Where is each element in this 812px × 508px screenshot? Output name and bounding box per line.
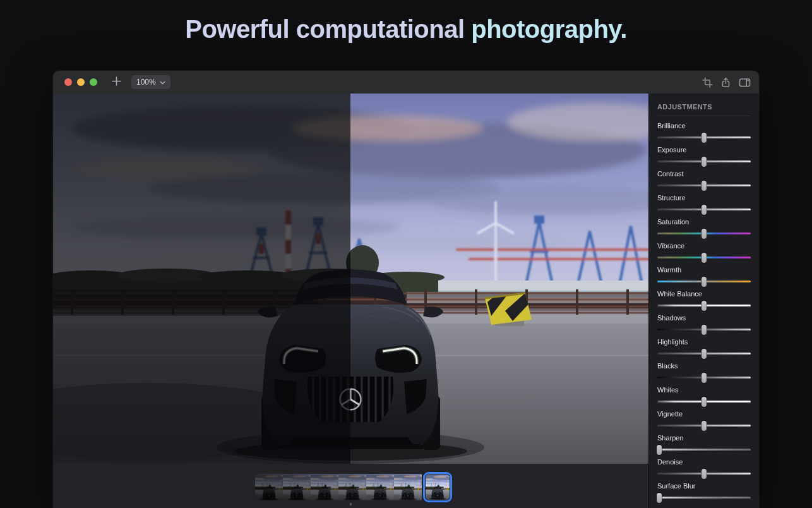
thumbnail-image: [338, 474, 366, 500]
sidebar-toggle-icon[interactable]: [739, 77, 751, 88]
slider[interactable]: [657, 492, 751, 503]
slider-thumb[interactable]: [702, 205, 707, 215]
slider[interactable]: [657, 156, 751, 167]
thumbnail-image: [311, 474, 338, 500]
adjustment-slider-group: Vignette: [657, 410, 751, 431]
slider-thumb[interactable]: [702, 277, 707, 287]
slider-label: Saturation: [657, 218, 751, 226]
slider-thumb[interactable]: [702, 325, 707, 335]
slider[interactable]: [657, 252, 751, 263]
slider-label: Structure: [657, 194, 751, 202]
filmstrip-thumbnail[interactable]: [366, 474, 394, 500]
filmstrip-bar: [53, 464, 648, 508]
adjustment-slider-group: Sharpen: [657, 434, 751, 455]
slider-thumb[interactable]: [702, 301, 707, 311]
add-button[interactable]: [111, 76, 122, 89]
adjustment-slider-group: Surface Blur: [657, 482, 751, 503]
slider[interactable]: [657, 276, 751, 287]
filmstrip-thumbnail[interactable]: [338, 474, 366, 500]
slider-track[interactable]: [657, 449, 751, 451]
page-title: Powerful computational photography.: [0, 15, 812, 44]
window-content: ADJUSTMENTS Brilliance Exposure Contrast…: [53, 94, 759, 508]
slider-thumb[interactable]: [702, 421, 707, 431]
filmstrip-thumbnail[interactable]: [311, 474, 338, 500]
adjustment-slider-group: Saturation: [657, 218, 751, 239]
adjustment-slider-group: Denoise: [657, 458, 751, 479]
adjustment-slider-group: Exposure: [657, 146, 751, 167]
adjustments-list: Brilliance Exposure Contrast Structure S…: [657, 116, 751, 503]
window-titlebar: 100%: [53, 71, 759, 94]
slider-label: Vibrance: [657, 242, 751, 250]
adjustment-slider-group: Contrast: [657, 170, 751, 191]
slider-track[interactable]: [657, 497, 751, 499]
traffic-lights: [64, 78, 97, 86]
slider-thumb[interactable]: [702, 373, 707, 383]
slider[interactable]: [657, 132, 751, 143]
slider[interactable]: [657, 444, 751, 455]
thumbnail-image: [283, 474, 311, 500]
zoom-level-value: 100%: [136, 78, 156, 87]
slider-label: Warmth: [657, 266, 751, 274]
slider-label: Blacks: [657, 362, 751, 370]
slider-label: White Balance: [657, 290, 751, 298]
adjustment-slider-group: Highlights: [657, 338, 751, 359]
page-title-accent: photography.: [471, 15, 627, 43]
share-icon[interactable]: [720, 77, 731, 88]
slider-label: Shadows: [657, 314, 751, 322]
slider-label: Highlights: [657, 338, 751, 346]
slider[interactable]: [657, 180, 751, 191]
thumbnail-image: [426, 475, 450, 500]
traffic-light-zoom[interactable]: [90, 78, 97, 86]
adjustment-slider-group: Brilliance: [657, 122, 751, 143]
zoom-level-button[interactable]: 100%: [131, 75, 170, 89]
crop-icon[interactable]: [702, 77, 713, 88]
thumbnail-image: [255, 474, 283, 500]
filmstrip-thumbnail[interactable]: [423, 472, 452, 502]
slider-thumb[interactable]: [702, 181, 707, 191]
plus-icon: [111, 76, 122, 89]
slider-label: Brilliance: [657, 122, 751, 130]
chevron-down-icon: [160, 78, 165, 87]
slider-thumb[interactable]: [702, 469, 707, 479]
filmstrip-thumbnail[interactable]: [255, 474, 283, 500]
slider[interactable]: [657, 204, 751, 215]
slider-label: Whites: [657, 386, 751, 394]
slider-thumb[interactable]: [657, 493, 662, 503]
slider-thumb[interactable]: [702, 133, 707, 143]
slider[interactable]: [657, 396, 751, 407]
adjustments-title: ADJUSTMENTS: [657, 103, 751, 111]
filmstrip-thumbnail[interactable]: [283, 474, 311, 500]
slider-label: Exposure: [657, 146, 751, 154]
slider-label: Sharpen: [657, 434, 751, 442]
slider[interactable]: [657, 348, 751, 359]
canvas-area: [53, 94, 648, 508]
filmstrip-caption-mark: [350, 503, 352, 505]
slider[interactable]: [657, 228, 751, 239]
slider-label: Denoise: [657, 458, 751, 466]
app-window: 100%: [53, 71, 759, 508]
adjustment-slider-group: White Balance: [657, 290, 751, 311]
slider-thumb[interactable]: [702, 229, 707, 239]
filmstrip-thumbnail[interactable]: [394, 474, 422, 500]
photo-after-image: [53, 94, 648, 464]
slider[interactable]: [657, 300, 751, 311]
slider-thumb[interactable]: [657, 445, 662, 455]
slider[interactable]: [657, 372, 751, 383]
slider-thumb[interactable]: [702, 397, 707, 407]
slider[interactable]: [657, 420, 751, 431]
traffic-light-minimize[interactable]: [77, 78, 85, 86]
traffic-light-close[interactable]: [64, 78, 72, 86]
slider-thumb[interactable]: [702, 157, 707, 167]
slider-label: Vignette: [657, 410, 751, 418]
app-root: Powerful computational photography. 100%: [0, 0, 812, 508]
slider[interactable]: [657, 324, 751, 335]
photo-compare-view[interactable]: [53, 94, 648, 464]
slider-thumb[interactable]: [702, 349, 707, 359]
adjustment-slider-group: Blacks: [657, 362, 751, 383]
page-title-main: Powerful computational: [185, 15, 471, 43]
slider-label: Surface Blur: [657, 482, 751, 490]
slider[interactable]: [657, 468, 751, 479]
adjustment-slider-group: Shadows: [657, 314, 751, 335]
slider-thumb[interactable]: [702, 253, 707, 263]
adjustments-sidebar: ADJUSTMENTS Brilliance Exposure Contrast…: [648, 94, 759, 508]
